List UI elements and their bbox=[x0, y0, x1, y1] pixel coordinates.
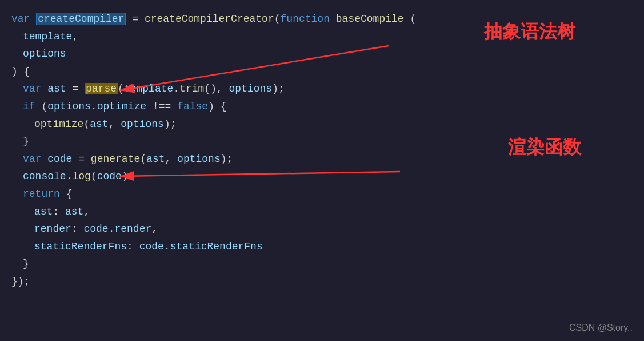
code-line-13: render: code.render, bbox=[11, 220, 633, 238]
code-line-10: console.log(code) bbox=[11, 168, 633, 185]
code-line-12: ast: ast, bbox=[11, 203, 633, 221]
code-line-7: optimize(ast, options); bbox=[11, 116, 633, 133]
code-line-11: return { bbox=[11, 185, 633, 203]
code-line-16: }); bbox=[11, 273, 633, 291]
code-line-6: if (options.optimize !== false) { bbox=[11, 98, 633, 116]
code-line-15: } bbox=[11, 255, 633, 273]
ast-annotation: 抽象语法树 bbox=[484, 16, 575, 47]
code-line-5: var ast = parse(template.trim(), options… bbox=[11, 80, 633, 98]
watermark: CSDN @Story.. bbox=[569, 320, 633, 335]
code-line-14: staticRenderFns: code.staticRenderFns bbox=[11, 238, 633, 256]
render-annotation: 渲染函数 bbox=[508, 132, 581, 162]
code-line-3: options bbox=[11, 45, 633, 63]
code-line-4: ) { bbox=[11, 63, 633, 81]
